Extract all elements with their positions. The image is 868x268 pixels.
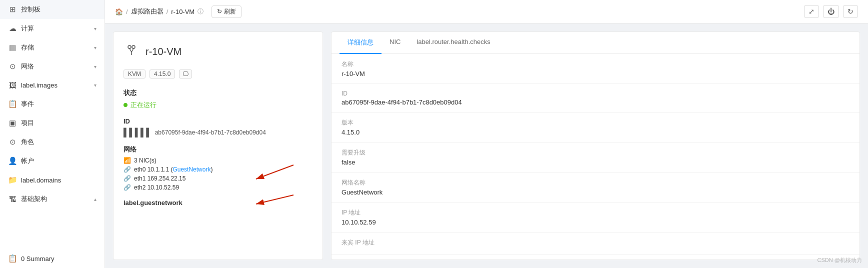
sidebar-item-projects[interactable]: ▣ 项目 xyxy=(0,114,104,132)
detail-row-name: 名称 r-10-VM xyxy=(332,54,860,84)
eth0-icon: 🔗 xyxy=(124,166,131,173)
projects-icon: ▣ xyxy=(8,118,17,128)
id-label: ID xyxy=(124,118,312,125)
chevron-icon: ▾ xyxy=(94,82,96,88)
network-label: 网络 xyxy=(124,145,312,154)
status-dot xyxy=(124,103,128,107)
dashboard-icon: ⊞ xyxy=(8,5,17,14)
chevron-up-icon: ▴ xyxy=(94,196,96,202)
router-icon xyxy=(124,42,140,62)
sidebar-summary-label: 0 Summary xyxy=(21,255,54,262)
detail-row-ip: IP 地址 10.10.52.59 xyxy=(332,202,860,232)
detail-value-ip: 10.10.52.59 xyxy=(342,218,850,226)
eth1-value: eth1 169.254.22.15 xyxy=(134,175,186,182)
sidebar-item-infrastructure[interactable]: 🏗 基础架构 ▴ xyxy=(0,190,104,208)
images-icon: 🖼 xyxy=(8,81,17,90)
sidebar-item-network[interactable]: ⊙ 网络 ▾ xyxy=(0,57,104,76)
detail-label-ip: IP 地址 xyxy=(342,208,850,217)
id-value: ab67095f-9dae-4f94-b7b1-7c8d0eb09d04 xyxy=(155,129,266,136)
sidebar-item-label: 控制板 xyxy=(21,5,40,14)
detail-value-netname: GuestNetwork xyxy=(342,188,850,196)
power-button[interactable]: ⏻ xyxy=(823,5,839,18)
sidebar-item-label: 计算 xyxy=(21,24,34,33)
refresh-button[interactable]: ↻ 刷新 xyxy=(212,6,242,18)
chevron-icon: ▾ xyxy=(94,64,96,70)
screen-tag: 🖵 xyxy=(179,70,192,78)
tab-health[interactable]: label.router.health.checks xyxy=(408,32,498,54)
status-section: 状态 正在运行 xyxy=(124,88,312,110)
svg-point-1 xyxy=(132,46,135,48)
sidebar-item-images[interactable]: 🖼 label.images ▾ xyxy=(0,76,104,94)
eth2-row: 🔗 eth2 10.10.52.59 xyxy=(124,184,312,191)
detail-row-upgrade: 需要升级 false xyxy=(332,142,860,172)
sidebar-item-accounts[interactable]: 👤 帐户 xyxy=(0,152,104,170)
reload-button[interactable]: ↻ xyxy=(843,5,858,18)
guestnetwork-label: label.guestnetwork xyxy=(124,199,312,206)
watermark: CSDN @机核动力 xyxy=(818,256,862,264)
detail-row-netname: 网络名称 GuestNetwork xyxy=(332,172,860,202)
roles-icon: ⊙ xyxy=(8,138,17,146)
detail-row-version: 版本 4.15.0 xyxy=(332,112,860,142)
sidebar-item-label: 存储 xyxy=(21,43,34,52)
detail-label-version: 版本 xyxy=(342,118,850,127)
sidebar-item-storage[interactable]: ▤ 存储 ▾ xyxy=(0,38,104,57)
sidebar-item-domains[interactable]: 📁 label.domains xyxy=(0,170,104,190)
summary-icon: 📋 xyxy=(8,254,17,263)
sidebar-item-label: 基础架构 xyxy=(21,194,47,204)
left-panel: r-10-VM KVM 4.15.0 🖵 状态 正在运行 ID ▌▌▌▌▌ ab… xyxy=(113,32,323,260)
barcode-icon: ▌▌▌▌▌ xyxy=(124,128,152,137)
expand-button[interactable]: ⤢ xyxy=(804,5,819,18)
vm-header: r-10-VM xyxy=(124,42,312,62)
detail-value-version: 4.15.0 xyxy=(342,128,850,136)
sidebar-item-roles[interactable]: ⊙ 角色 xyxy=(0,132,104,152)
chevron-icon: ▾ xyxy=(94,26,96,32)
refresh-icon: ↻ xyxy=(217,8,222,15)
nic-count-row: 📶 3 NIC(s) xyxy=(124,157,312,164)
main-area: 🏠 / 虚拟路由器 / r-10-VM ⓘ ↻ 刷新 ⤢ ⏻ ↻ xyxy=(105,0,868,268)
detail-value-name: r-10-VM xyxy=(342,70,850,78)
detail-label-netname: 网络名称 xyxy=(342,178,850,187)
eth2-value: eth2 10.10.52.59 xyxy=(134,184,179,191)
sidebar-item-label: 项目 xyxy=(21,118,34,128)
tabs-container: 详细信息 NIC label.router.health.checks xyxy=(332,32,860,54)
sidebar-item-compute[interactable]: ☁ 计算 ▾ xyxy=(0,19,104,38)
svg-line-2 xyxy=(130,48,132,52)
sidebar-item-label: label.images xyxy=(21,82,58,89)
kvm-tag: KVM xyxy=(124,70,146,78)
status-text[interactable]: 正在运行 xyxy=(130,100,156,110)
nic-count: 3 NIC(s) xyxy=(134,157,156,164)
tab-nic[interactable]: NIC xyxy=(382,32,408,54)
version-tag: 4.15.0 xyxy=(150,70,175,78)
eth2-icon: 🔗 xyxy=(124,184,131,191)
eth1-row: 🔗 eth1 169.254.22.15 xyxy=(124,175,312,182)
guestnetwork-section: label.guestnetwork xyxy=(124,199,312,206)
infrastructure-icon: 🏗 xyxy=(8,195,17,204)
eth0-value: eth0 10.1.1.1 (GuestNetwork) xyxy=(134,166,212,173)
sidebar-item-events[interactable]: 📋 事件 xyxy=(0,94,104,114)
detail-label-guest-ip: 来宾 IP 地址 xyxy=(342,238,850,247)
sidebar-item-label: label.domains xyxy=(21,176,61,184)
home-icon[interactable]: 🏠 xyxy=(115,8,123,16)
content-area: r-10-VM KVM 4.15.0 🖵 状态 正在运行 ID ▌▌▌▌▌ ab… xyxy=(105,24,868,268)
wifi-icon: 📶 xyxy=(124,157,131,164)
right-panel: 详细信息 NIC label.router.health.checks 名称 r… xyxy=(331,32,860,260)
domains-icon: 📁 xyxy=(8,176,17,184)
sidebar-item-label: 事件 xyxy=(21,100,34,108)
guest-network-link[interactable]: GuestNetwork xyxy=(172,166,210,173)
tab-details[interactable]: 详细信息 xyxy=(340,32,382,54)
network-icon: ⊙ xyxy=(8,62,17,71)
detail-row-id: ID ab67095f-9dae-4f94-b7b1-7c8d0eb09d04 xyxy=(332,84,860,112)
vm-tags: KVM 4.15.0 🖵 xyxy=(124,70,312,78)
router-breadcrumb-link[interactable]: 虚拟路由器 xyxy=(131,7,164,16)
network-section: 网络 📶 3 NIC(s) 🔗 eth0 10.1.1.1 (GuestNetw… xyxy=(124,145,312,191)
detail-label-upgrade: 需要升级 xyxy=(342,148,850,157)
sidebar-item-dashboard[interactable]: ⊞ 控制板 xyxy=(0,0,104,19)
info-icon[interactable]: ⓘ xyxy=(198,8,204,16)
events-icon: 📋 xyxy=(8,100,17,108)
breadcrumb: 🏠 / 虚拟路由器 / r-10-VM ⓘ ↻ 刷新 ⤢ ⏻ ↻ xyxy=(105,0,868,24)
detail-label-name: 名称 xyxy=(342,60,850,68)
sidebar-item-label: 角色 xyxy=(21,138,34,146)
sidebar-item-summary[interactable]: 📋 0 Summary xyxy=(0,249,104,268)
sidebar-item-label: 网络 xyxy=(21,62,34,71)
compute-icon: ☁ xyxy=(8,24,17,33)
